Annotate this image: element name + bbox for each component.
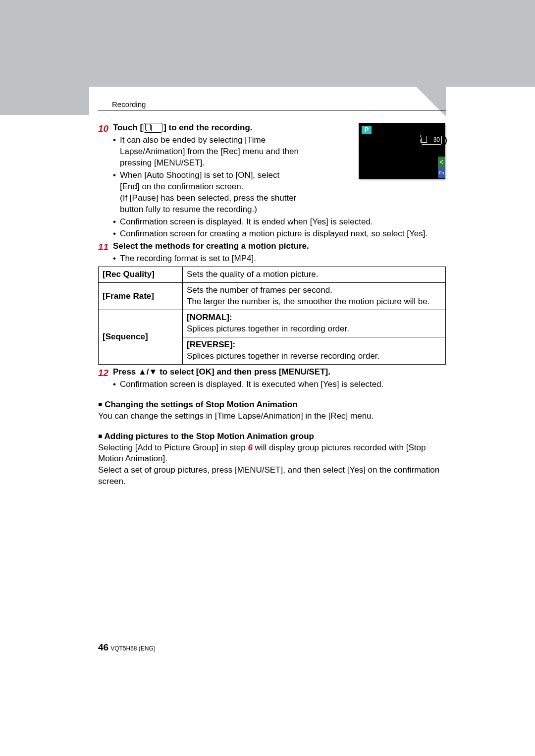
step-title-text: Touch [ — [113, 123, 143, 132]
step-12: 12 Press ▲/▼ to select [OK] and then pre… — [98, 367, 446, 378]
body-text: Selecting [Add to Picture Group] in step… — [98, 442, 446, 465]
step-number: 12 — [98, 367, 108, 379]
body-text: Select a set of group pictures, press [M… — [98, 465, 446, 487]
step-11: 11 Select the methods for creating a mot… — [98, 241, 446, 252]
bullet-item: Confirmation screen for creating a motio… — [113, 228, 446, 240]
bullet-item: The recording format is set to [MP4]. — [113, 253, 446, 265]
sequence-normal-label: [NORMAL]: — [187, 313, 232, 322]
square-bullet-icon: ■ — [98, 432, 102, 440]
breadcrumb: Recording — [112, 100, 146, 109]
subsection-heading: ■ Adding pictures to the Stop Motion Ani… — [98, 431, 446, 442]
page-corner-fold — [416, 87, 446, 116]
square-bullet-icon: ■ — [98, 400, 102, 408]
bullet-item: Confirmation screen is displayed. It is … — [113, 216, 446, 228]
step-title-text: Select the methods for creating a motion… — [113, 241, 309, 251]
body-text: You can change the settings in [Time Lap… — [98, 411, 446, 422]
sequence-normal-text: Splices pictures together in recording o… — [187, 324, 349, 333]
document-id: VQT5H68 (ENG) — [110, 645, 156, 652]
table-key: [Sequence] — [99, 310, 183, 365]
step-title-text: Press ▲/▼ to select [OK] and then press … — [113, 367, 330, 377]
table-key: [Frame Rate] — [99, 283, 183, 310]
side-gray-band — [0, 0, 89, 115]
table-value: Sets the number of frames per second. Th… — [183, 283, 446, 310]
table-key: [Rec Quality] — [99, 267, 183, 283]
step-reference: 6 — [248, 443, 252, 452]
subsection-heading: ■ Changing the settings of Stop Motion A… — [98, 399, 446, 411]
table-value: Sets the quality of a motion picture. — [183, 267, 446, 283]
bullet-item: Confirmation screen is displayed. It is … — [113, 379, 446, 390]
sequence-reverse-label: [REVERSE]: — [187, 340, 235, 349]
subsection-title: Adding pictures to the Stop Motion Anima… — [105, 432, 314, 441]
table-value: [REVERSE]: Splices pictures together in … — [183, 337, 446, 364]
step-number: 10 — [98, 122, 108, 135]
step-10: 10 Touch [] to end the recording. — [98, 122, 446, 134]
step-number: 11 — [98, 241, 108, 254]
table-value: [NORMAL]: Splices pictures together in r… — [183, 310, 446, 337]
stopmotion-icon — [144, 123, 162, 133]
table-row: [Rec Quality] Sets the quality of a moti… — [99, 267, 446, 283]
bullet-item: It can also be ended by selecting [Time … — [113, 135, 299, 169]
sequence-reverse-text: Splices pictures together in reverse rec… — [187, 351, 379, 361]
bullet-item: When [Auto Shooting] is set to [ON], sel… — [113, 170, 299, 216]
page-number: 46 — [98, 642, 108, 652]
subsection-title: Changing the settings of Stop Motion Ani… — [105, 400, 297, 409]
page-footer: 46VQT5H68 (ENG) — [98, 641, 156, 654]
step-title-text: ] to end the recording. — [163, 123, 252, 132]
settings-table: [Rec Quality] Sets the quality of a moti… — [98, 267, 446, 365]
table-row: [Frame Rate] Sets the number of frames p… — [99, 283, 446, 310]
table-row: [Sequence] [NORMAL]: Splices pictures to… — [99, 310, 446, 337]
breadcrumb-underline — [98, 110, 446, 110]
